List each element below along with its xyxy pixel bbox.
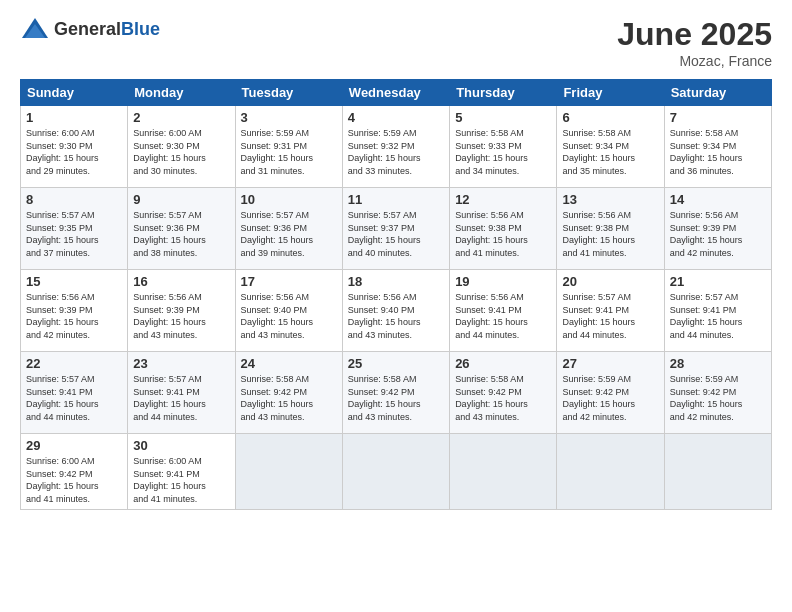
page: GeneralBlue June 2025 Mozac, France Sund… [0, 0, 792, 612]
calendar-cell: 16Sunrise: 5:56 AM Sunset: 9:39 PM Dayli… [128, 270, 235, 352]
month-year: June 2025 [617, 16, 772, 53]
day-number: 27 [562, 356, 658, 371]
title-section: June 2025 Mozac, France [617, 16, 772, 69]
calendar-cell: 23Sunrise: 5:57 AM Sunset: 9:41 PM Dayli… [128, 352, 235, 434]
logo-text-general: General [54, 19, 121, 39]
cell-info: Sunrise: 5:58 AM Sunset: 9:42 PM Dayligh… [455, 373, 551, 423]
day-number: 18 [348, 274, 444, 289]
cell-info: Sunrise: 5:56 AM Sunset: 9:40 PM Dayligh… [348, 291, 444, 341]
calendar-cell: 4Sunrise: 5:59 AM Sunset: 9:32 PM Daylig… [342, 106, 449, 188]
calendar-cell: 5Sunrise: 5:58 AM Sunset: 9:33 PM Daylig… [450, 106, 557, 188]
calendar-cell [342, 434, 449, 510]
calendar-cell [235, 434, 342, 510]
day-number: 23 [133, 356, 229, 371]
cell-info: Sunrise: 5:57 AM Sunset: 9:37 PM Dayligh… [348, 209, 444, 259]
calendar-cell: 29Sunrise: 6:00 AM Sunset: 9:42 PM Dayli… [21, 434, 128, 510]
calendar-cell: 9Sunrise: 5:57 AM Sunset: 9:36 PM Daylig… [128, 188, 235, 270]
day-header-tuesday: Tuesday [235, 80, 342, 106]
cell-info: Sunrise: 5:56 AM Sunset: 9:39 PM Dayligh… [670, 209, 766, 259]
day-header-friday: Friday [557, 80, 664, 106]
cell-info: Sunrise: 5:58 AM Sunset: 9:33 PM Dayligh… [455, 127, 551, 177]
calendar-cell: 8Sunrise: 5:57 AM Sunset: 9:35 PM Daylig… [21, 188, 128, 270]
cell-info: Sunrise: 5:58 AM Sunset: 9:34 PM Dayligh… [562, 127, 658, 177]
day-header-monday: Monday [128, 80, 235, 106]
cell-info: Sunrise: 5:59 AM Sunset: 9:42 PM Dayligh… [562, 373, 658, 423]
day-number: 26 [455, 356, 551, 371]
calendar-cell: 19Sunrise: 5:56 AM Sunset: 9:41 PM Dayli… [450, 270, 557, 352]
calendar-cell: 17Sunrise: 5:56 AM Sunset: 9:40 PM Dayli… [235, 270, 342, 352]
day-number: 17 [241, 274, 337, 289]
day-number: 1 [26, 110, 122, 125]
day-number: 25 [348, 356, 444, 371]
day-number: 2 [133, 110, 229, 125]
calendar-cell: 26Sunrise: 5:58 AM Sunset: 9:42 PM Dayli… [450, 352, 557, 434]
calendar-cell: 7Sunrise: 5:58 AM Sunset: 9:34 PM Daylig… [664, 106, 771, 188]
day-number: 28 [670, 356, 766, 371]
day-number: 8 [26, 192, 122, 207]
calendar-cell: 21Sunrise: 5:57 AM Sunset: 9:41 PM Dayli… [664, 270, 771, 352]
calendar-cell: 15Sunrise: 5:56 AM Sunset: 9:39 PM Dayli… [21, 270, 128, 352]
logo: GeneralBlue [20, 16, 160, 42]
calendar-header-row: SundayMondayTuesdayWednesdayThursdayFrid… [21, 80, 772, 106]
cell-info: Sunrise: 6:00 AM Sunset: 9:30 PM Dayligh… [26, 127, 122, 177]
calendar-cell: 10Sunrise: 5:57 AM Sunset: 9:36 PM Dayli… [235, 188, 342, 270]
calendar-cell: 12Sunrise: 5:56 AM Sunset: 9:38 PM Dayli… [450, 188, 557, 270]
cell-info: Sunrise: 6:00 AM Sunset: 9:41 PM Dayligh… [133, 455, 229, 505]
calendar-cell: 30Sunrise: 6:00 AM Sunset: 9:41 PM Dayli… [128, 434, 235, 510]
day-number: 24 [241, 356, 337, 371]
cell-info: Sunrise: 5:59 AM Sunset: 9:42 PM Dayligh… [670, 373, 766, 423]
day-number: 12 [455, 192, 551, 207]
cell-info: Sunrise: 5:56 AM Sunset: 9:38 PM Dayligh… [562, 209, 658, 259]
calendar-cell: 28Sunrise: 5:59 AM Sunset: 9:42 PM Dayli… [664, 352, 771, 434]
calendar-cell: 13Sunrise: 5:56 AM Sunset: 9:38 PM Dayli… [557, 188, 664, 270]
cell-info: Sunrise: 5:57 AM Sunset: 9:41 PM Dayligh… [26, 373, 122, 423]
cell-info: Sunrise: 5:56 AM Sunset: 9:39 PM Dayligh… [133, 291, 229, 341]
calendar-cell [557, 434, 664, 510]
calendar-cell: 18Sunrise: 5:56 AM Sunset: 9:40 PM Dayli… [342, 270, 449, 352]
calendar-table: SundayMondayTuesdayWednesdayThursdayFrid… [20, 79, 772, 510]
day-number: 6 [562, 110, 658, 125]
day-number: 19 [455, 274, 551, 289]
day-number: 5 [455, 110, 551, 125]
cell-info: Sunrise: 6:00 AM Sunset: 9:42 PM Dayligh… [26, 455, 122, 505]
cell-info: Sunrise: 5:59 AM Sunset: 9:31 PM Dayligh… [241, 127, 337, 177]
location: Mozac, France [617, 53, 772, 69]
day-number: 16 [133, 274, 229, 289]
cell-info: Sunrise: 5:57 AM Sunset: 9:36 PM Dayligh… [241, 209, 337, 259]
day-header-saturday: Saturday [664, 80, 771, 106]
day-number: 3 [241, 110, 337, 125]
day-number: 21 [670, 274, 766, 289]
calendar-cell [664, 434, 771, 510]
day-number: 14 [670, 192, 766, 207]
calendar-cell: 27Sunrise: 5:59 AM Sunset: 9:42 PM Dayli… [557, 352, 664, 434]
calendar-cell: 20Sunrise: 5:57 AM Sunset: 9:41 PM Dayli… [557, 270, 664, 352]
calendar-cell: 14Sunrise: 5:56 AM Sunset: 9:39 PM Dayli… [664, 188, 771, 270]
day-number: 30 [133, 438, 229, 453]
header: GeneralBlue June 2025 Mozac, France [20, 16, 772, 69]
cell-info: Sunrise: 5:57 AM Sunset: 9:41 PM Dayligh… [133, 373, 229, 423]
calendar-cell: 22Sunrise: 5:57 AM Sunset: 9:41 PM Dayli… [21, 352, 128, 434]
day-header-thursday: Thursday [450, 80, 557, 106]
cell-info: Sunrise: 5:56 AM Sunset: 9:38 PM Dayligh… [455, 209, 551, 259]
cell-info: Sunrise: 5:59 AM Sunset: 9:32 PM Dayligh… [348, 127, 444, 177]
calendar-cell: 25Sunrise: 5:58 AM Sunset: 9:42 PM Dayli… [342, 352, 449, 434]
calendar-cell: 24Sunrise: 5:58 AM Sunset: 9:42 PM Dayli… [235, 352, 342, 434]
day-header-sunday: Sunday [21, 80, 128, 106]
cell-info: Sunrise: 5:56 AM Sunset: 9:41 PM Dayligh… [455, 291, 551, 341]
cell-info: Sunrise: 5:58 AM Sunset: 9:42 PM Dayligh… [348, 373, 444, 423]
cell-info: Sunrise: 5:57 AM Sunset: 9:41 PM Dayligh… [562, 291, 658, 341]
day-number: 22 [26, 356, 122, 371]
cell-info: Sunrise: 5:57 AM Sunset: 9:41 PM Dayligh… [670, 291, 766, 341]
day-number: 29 [26, 438, 122, 453]
cell-info: Sunrise: 5:57 AM Sunset: 9:36 PM Dayligh… [133, 209, 229, 259]
calendar-cell: 1Sunrise: 6:00 AM Sunset: 9:30 PM Daylig… [21, 106, 128, 188]
logo-text-blue: Blue [121, 19, 160, 39]
day-number: 10 [241, 192, 337, 207]
calendar-cell: 2Sunrise: 6:00 AM Sunset: 9:30 PM Daylig… [128, 106, 235, 188]
cell-info: Sunrise: 6:00 AM Sunset: 9:30 PM Dayligh… [133, 127, 229, 177]
cell-info: Sunrise: 5:58 AM Sunset: 9:34 PM Dayligh… [670, 127, 766, 177]
cell-info: Sunrise: 5:56 AM Sunset: 9:39 PM Dayligh… [26, 291, 122, 341]
day-number: 7 [670, 110, 766, 125]
logo-icon [20, 16, 50, 42]
day-number: 9 [133, 192, 229, 207]
